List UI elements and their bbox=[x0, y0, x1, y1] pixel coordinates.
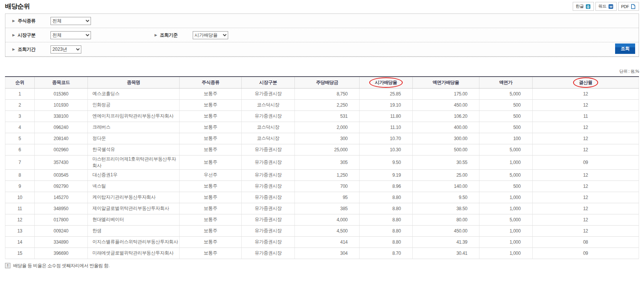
column-header: 종목코드 bbox=[34, 77, 87, 88]
table-cell: 5,000 bbox=[479, 88, 532, 99]
table-cell: 보통주 bbox=[180, 225, 242, 236]
market-field: ▶ 시장구분 전체 bbox=[12, 31, 91, 39]
table-header: 순위종목코드종목명주식종류시장구분주당배당금시가배당율액면가배당율액면가결산월 bbox=[5, 77, 639, 88]
table-cell: 유가증권시장 bbox=[242, 155, 295, 169]
table-cell: 140.00 bbox=[413, 181, 479, 192]
table-cell: 현대엘리베이터 bbox=[87, 214, 179, 225]
table-row: 15396690미래에셋글로벌위탁관리부동산투자회사보통주유가증권시장3048.… bbox=[5, 248, 639, 259]
table-cell: 175.00 bbox=[413, 88, 479, 99]
table-cell: 300.00 bbox=[413, 133, 479, 144]
table-cell: 11 bbox=[5, 203, 35, 214]
page-header: 배당순위 한글 워드 W PDF bbox=[5, 0, 639, 11]
period-field: ▶ 조회기간 2023년 bbox=[12, 45, 81, 54]
table-cell: 531 bbox=[295, 110, 360, 122]
table-cell: 500 bbox=[479, 122, 532, 133]
table-cell: 유가증권시장 bbox=[242, 214, 295, 225]
table-cell: 유가증권시장 bbox=[242, 169, 295, 181]
table-cell: 보통주 bbox=[180, 248, 242, 259]
table-cell: 12 bbox=[532, 99, 639, 110]
table-row: 11348950제이알글로벌위탁관리부동산투자회사보통주유가증권시장3858.8… bbox=[5, 203, 639, 214]
table-cell: 8 bbox=[5, 169, 35, 181]
column-header: 순위 bbox=[5, 77, 35, 88]
exclamation-icon: ! bbox=[5, 263, 10, 268]
table-cell: 1,000 bbox=[479, 155, 532, 169]
table-cell: 우선주 bbox=[180, 169, 242, 181]
table-cell: 305 bbox=[295, 155, 360, 169]
table-row: 2101930인화정공보통주코스닥시장2,25019.10450.0050012 bbox=[5, 99, 639, 110]
table-cell: 101930 bbox=[34, 99, 87, 110]
table-row: 8003545대신증권1우우선주유가증권시장1,2509.1925.005,00… bbox=[5, 169, 639, 181]
stock-type-select[interactable]: 전체 bbox=[50, 17, 91, 25]
table-cell: 6 bbox=[5, 144, 35, 155]
table-cell: 유가증권시장 bbox=[242, 203, 295, 214]
table-cell: 5 bbox=[5, 133, 35, 144]
table-cell: 엔에이치프라임위탁관리부동산투자회사 bbox=[87, 110, 179, 122]
table-cell: 500 bbox=[479, 99, 532, 110]
table-cell: 003545 bbox=[34, 169, 87, 181]
stock-type-field: ▶ 주식종류 전체 bbox=[12, 17, 91, 25]
table-cell: 338100 bbox=[34, 110, 87, 122]
table-footnote: ! 배당율 등 비율은 소수점 셋째자리에서 반올림 함. bbox=[5, 263, 639, 269]
column-header: 주당배당금 bbox=[295, 77, 360, 88]
table-cell: 12 bbox=[532, 144, 639, 155]
table-cell: 유가증권시장 bbox=[242, 88, 295, 99]
table-cell: 보통주 bbox=[180, 214, 242, 225]
unit-note: 단위 : 원,% bbox=[5, 69, 639, 74]
search-button[interactable]: 조회 bbox=[615, 43, 635, 54]
dividend-ranking-page: 배당순위 한글 워드 W PDF bbox=[0, 0, 644, 291]
table-cell: 002960 bbox=[34, 144, 87, 155]
table-body: 1015360예스코홀딩스보통주유가증권시장8,75025.85175.005,… bbox=[5, 88, 639, 259]
table-cell: 9.50 bbox=[413, 192, 479, 203]
table-row: 12017800현대엘리베이터보통주유가증권시장4,0008.8080.005,… bbox=[5, 214, 639, 225]
bullet-arrow-icon: ▶ bbox=[12, 48, 15, 51]
export-button-group: 한글 워드 W PDF bbox=[573, 2, 639, 11]
filter-row-market: ▶ 시장구분 전체 ▶ 조회기준 시가배당율 bbox=[5, 28, 639, 42]
table-cell: 12 bbox=[5, 214, 35, 225]
table-cell: 제이알글로벌위탁관리부동산투자회사 bbox=[87, 203, 179, 214]
table-cell: 30.55 bbox=[413, 155, 479, 169]
table-cell: 5,000 bbox=[479, 214, 532, 225]
table-cell: 11.80 bbox=[359, 110, 412, 122]
table-cell: 38.50 bbox=[413, 203, 479, 214]
export-hwp-button[interactable]: 한글 bbox=[573, 2, 594, 11]
table-cell: 예스코홀딩스 bbox=[87, 88, 179, 99]
criteria-select[interactable]: 시가배당율 bbox=[193, 31, 228, 39]
filter-panel: ▶ 주식종류 전체 ▶ 시장구분 전체 ▶ 조회기준 시가배당율 bbox=[5, 13, 639, 57]
table-cell: 대신증권1우 bbox=[87, 169, 179, 181]
table-cell: 1,250 bbox=[295, 169, 360, 181]
table-row: 3338100엔에이치프라임위탁관리부동산투자회사보통주유가증권시장53111.… bbox=[5, 110, 639, 122]
red-circle-annotation: 시가배당율 bbox=[369, 77, 403, 88]
column-header: 결산월 bbox=[532, 77, 639, 88]
table-cell: 4,000 bbox=[295, 214, 360, 225]
table-cell: 9 bbox=[5, 181, 35, 192]
table-cell: 450.00 bbox=[413, 99, 479, 110]
table-cell: 8.80 bbox=[359, 214, 412, 225]
table-cell: 12 bbox=[532, 192, 639, 203]
table-cell: 2,000 bbox=[295, 122, 360, 133]
export-word-button[interactable]: 워드 W bbox=[595, 2, 617, 11]
table-row: 6002960한국쉘석유보통주유가증권시장25,00010.30500.005,… bbox=[5, 144, 639, 155]
export-pdf-button[interactable]: PDF bbox=[618, 2, 639, 11]
table-cell: 1,000 bbox=[479, 248, 532, 259]
table-cell: 보통주 bbox=[180, 155, 242, 169]
table-cell: 11 bbox=[532, 110, 639, 122]
table-cell: 12 bbox=[532, 225, 639, 236]
table-row: 7357430마스턴프리미어제1호위탁관리부동산투자회사보통주유가증권시장305… bbox=[5, 155, 639, 169]
column-header: 종목명 bbox=[87, 77, 179, 88]
filter-row-period: ▶ 조회기간 2023년 bbox=[5, 42, 639, 57]
table-cell: 2 bbox=[5, 99, 35, 110]
table-cell: 357430 bbox=[34, 155, 87, 169]
period-select[interactable]: 2023년 bbox=[50, 45, 81, 54]
market-label: 시장구분 bbox=[18, 32, 50, 38]
column-header: 시장구분 bbox=[242, 77, 295, 88]
table-cell: 11.10 bbox=[359, 122, 412, 133]
table-cell: 코스닥시장 bbox=[242, 133, 295, 144]
table-cell: 12 bbox=[532, 181, 639, 192]
table-cell: 보통주 bbox=[180, 110, 242, 122]
table-cell: 1,000 bbox=[479, 192, 532, 203]
table-cell: 09 bbox=[532, 155, 639, 169]
table-cell: 30.41 bbox=[413, 248, 479, 259]
market-select[interactable]: 전체 bbox=[50, 31, 91, 39]
table-cell: 9.19 bbox=[359, 169, 412, 181]
bullet-arrow-icon: ▶ bbox=[12, 19, 15, 23]
